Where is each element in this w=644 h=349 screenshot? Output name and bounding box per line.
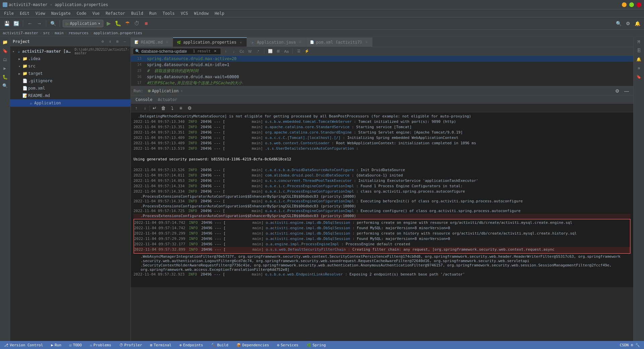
menu-edit[interactable]: Edit (17, 10, 32, 16)
tree-idea[interactable]: ▶ 📁 .idea (10, 55, 130, 62)
run-config-dropdown[interactable]: ▷ Application ▾ (63, 20, 103, 27)
status-problems[interactable]: ⚠ Problems (89, 343, 113, 347)
console-filter[interactable]: ≡ (177, 104, 185, 112)
right-notif-icon[interactable]: 🔔 (635, 56, 643, 63)
console-settings2[interactable]: ⚙ (185, 104, 194, 112)
tab-properties[interactable]: 🌿 application.properties ✕ (173, 37, 247, 47)
status-dependencies[interactable]: 📦 Dependencies (235, 343, 270, 347)
console-soft-wrap[interactable]: ↵ (151, 104, 159, 112)
status-build[interactable]: 🔨 Build (210, 343, 229, 347)
run-app-tab[interactable]: Application ✕ (146, 88, 185, 94)
tree-gitignore[interactable]: ▶ 📄 .gitignore (10, 77, 130, 85)
console-scroll-up[interactable]: ↑ (132, 104, 140, 112)
breadcrumb-main[interactable]: main (55, 31, 64, 35)
toolbar-back-btn[interactable]: ← (26, 19, 34, 28)
breadcrumb-src[interactable]: src (43, 31, 50, 35)
console-scroll-down[interactable]: ↓ (141, 104, 149, 112)
breadcrumb-file[interactable]: application.properties (93, 31, 142, 35)
project-view-icon[interactable]: 📁 (1, 38, 9, 46)
menu-help[interactable]: Help (212, 10, 227, 16)
profile-button[interactable]: ⏱ (133, 19, 141, 28)
run-button[interactable]: ▶ (105, 19, 113, 28)
debug-button[interactable]: 🐛 (114, 19, 122, 28)
tab-pom-close[interactable]: ✕ (364, 40, 369, 45)
search-next-btn[interactable]: ↓ (230, 48, 237, 55)
toolbar-settings[interactable]: ⚙ (624, 19, 632, 28)
menu-navigate[interactable]: Navigate (49, 10, 73, 16)
panel-settings-btn[interactable]: ⚙ (100, 39, 106, 45)
right-maven-icon[interactable]: M (635, 38, 643, 46)
maximize-button[interactable] (629, 2, 634, 7)
console-tab[interactable]: Console (133, 97, 155, 103)
search-preserve-case-btn[interactable]: Aa (283, 48, 290, 55)
breadcrumb-resources[interactable]: resources (68, 31, 89, 35)
search-highlight-btn[interactable]: ☰ (296, 48, 302, 55)
menu-vue[interactable]: Vue (90, 10, 102, 16)
menu-view[interactable]: View (33, 10, 48, 16)
search-match-case-btn[interactable]: Cc (238, 48, 245, 55)
stop-button[interactable]: ■ (142, 19, 150, 28)
debug-icon-left[interactable]: 🐛 (1, 73, 9, 81)
tab-pom[interactable]: 📄 pom.xml (activiti7) ✕ (306, 37, 373, 47)
tab-java[interactable]: ☕ Application.java ✕ (247, 37, 306, 47)
toolbar-sync-btn[interactable]: 🔄 (12, 19, 20, 28)
structure-icon[interactable]: 🗂 (1, 56, 9, 63)
tab-readme-close[interactable]: ✕ (165, 40, 169, 45)
search-prev-btn[interactable]: ↑ (222, 48, 229, 55)
menu-tools[interactable]: Tools (160, 10, 177, 16)
minimize-button[interactable] (622, 2, 627, 7)
search-in-selection-btn[interactable]: ⬜ (267, 48, 274, 55)
tree-root[interactable]: ▾ ☕ activiti7-master [activiti7] D:\job\… (10, 48, 130, 55)
bookmark-icon[interactable]: 🔖 (1, 47, 9, 54)
tree-src[interactable]: ▾ 📁 src (10, 62, 130, 70)
status-spring[interactable]: 🌿 Spring (305, 343, 327, 347)
status-terminal[interactable]: ⊞ Terminal (149, 343, 173, 347)
tab-properties-close[interactable]: ✕ (238, 40, 243, 45)
tree-application[interactable]: ▶ ☕ Application (10, 99, 130, 107)
search-input[interactable] (141, 49, 192, 54)
search-multiline-btn[interactable]: ⊞ (275, 48, 282, 55)
status-services[interactable]: ⚙ Services (276, 343, 300, 347)
toolbar-notifications[interactable]: 🔔 (633, 19, 641, 28)
menu-run[interactable]: Run (147, 10, 159, 16)
search-word-btn[interactable]: W (247, 48, 253, 55)
toolbar-save-btn[interactable]: 💾 (3, 19, 11, 28)
tab-readme[interactable]: 📝 README.md ✕ (131, 37, 173, 47)
panel-close-btn[interactable]: — (122, 39, 128, 45)
tree-pom[interactable]: ▶ 📄 pom.xml (10, 85, 130, 92)
console-scroll-end[interactable]: ⤵ (168, 104, 176, 112)
status-run[interactable]: ▶ Run (50, 343, 63, 347)
toolbar-search-everywhere[interactable]: 🔍 (614, 19, 623, 28)
run-panel-settings[interactable]: ⚙ (613, 87, 621, 95)
menu-build[interactable]: Build (128, 10, 146, 16)
status-todo[interactable]: ☑ TODO (68, 343, 83, 347)
search-input-wrapper[interactable]: 🔍 1 result ✕ (133, 48, 221, 55)
run-app-close[interactable]: ✕ (180, 89, 182, 93)
search-regex-btn[interactable]: .* (255, 48, 261, 55)
console-area[interactable]: .DelegatingMethodSecurityMetadataSource]… (131, 112, 633, 287)
panel-expand-btn[interactable]: ⊞ (114, 39, 120, 45)
menu-window[interactable]: Window (192, 10, 211, 16)
panel-sort-btn[interactable]: ↕ (107, 39, 113, 45)
menu-code[interactable]: Code (74, 10, 89, 16)
actuator-tab[interactable]: Actuator (156, 97, 179, 103)
right-bookmark-icon[interactable]: 🔖 (635, 73, 643, 81)
status-csdn[interactable]: CSDN ® 🔧 (619, 343, 641, 347)
toolbar-search-btn[interactable]: 🔍 (49, 19, 57, 28)
status-endpoints[interactable]: ⊕ Endpoints (178, 343, 204, 347)
right-struct-icon[interactable]: ≡ (635, 64, 643, 72)
console-clear[interactable]: 🗑 (159, 104, 167, 112)
status-profiler[interactable]: ⏱ Profiler (118, 343, 144, 347)
coverage-button[interactable]: ☂ (123, 19, 131, 28)
search-close-btn[interactable]: ✕ (212, 48, 219, 55)
tree-target[interactable]: ▶ 📁 target (10, 70, 130, 77)
menu-refactor[interactable]: Refactor (103, 10, 128, 16)
breadcrumb-project[interactable]: activiti7-master (3, 31, 38, 35)
menu-vcs[interactable]: VCS (178, 10, 191, 16)
tree-readme[interactable]: ▶ 📝 README.md (10, 92, 130, 99)
search-filter-btn[interactable]: ⚡ (304, 48, 310, 55)
find-icon-left[interactable]: 🔍 (1, 82, 9, 89)
right-db-icon[interactable]: 🗄 (635, 47, 643, 54)
toolbar-forward-btn[interactable]: → (35, 19, 43, 28)
status-vcs[interactable]: ⎇ Version Control (3, 343, 44, 347)
